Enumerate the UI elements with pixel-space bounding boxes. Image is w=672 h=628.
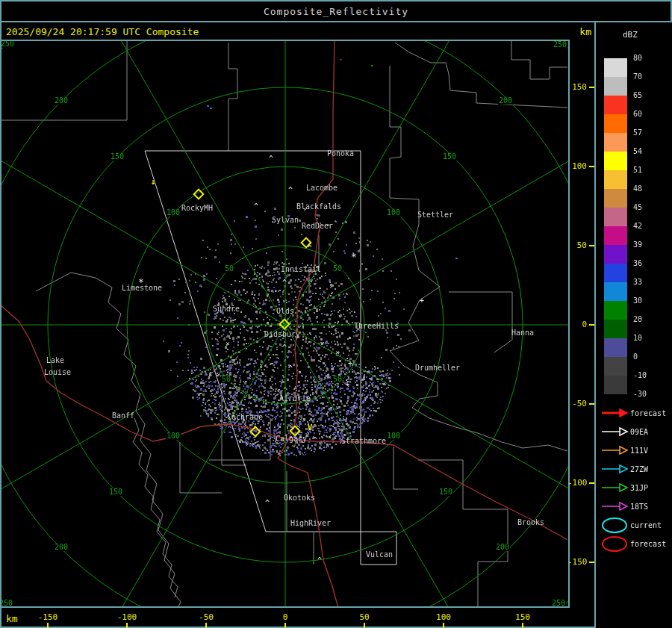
dbz-color-block bbox=[604, 264, 627, 282]
dbz-color-block bbox=[604, 338, 627, 357]
dbz-scale-label: -10 bbox=[633, 372, 659, 379]
legend-ellipse-icon bbox=[600, 536, 630, 552]
city-label-strathmore: Strathmore bbox=[341, 438, 386, 445]
town-marker-icon: ^ bbox=[282, 344, 287, 352]
y-axis-tick-label: -50 bbox=[567, 400, 587, 408]
dbz-color-block bbox=[604, 152, 627, 170]
legend-arrow-icon bbox=[600, 482, 630, 493]
legend-item-label: 31JP bbox=[630, 484, 648, 492]
dbz-scale-label: 60 bbox=[633, 111, 659, 118]
city-label-vulcan: Vulcan bbox=[366, 551, 393, 559]
azimuth-spoke bbox=[285, 325, 568, 526]
dbz-color-block bbox=[604, 301, 627, 320]
range-ring-label: 250 bbox=[551, 600, 566, 607]
legend-item: 18TS bbox=[600, 498, 648, 514]
city-label-sylvan: Sylvan bbox=[272, 217, 299, 224]
x-axis-tick bbox=[522, 623, 523, 628]
x-axis-tick bbox=[284, 623, 286, 628]
y-axis-tick-label: 150 bbox=[567, 83, 587, 91]
dbz-color-block bbox=[604, 133, 627, 152]
city-label-sundre: Sundre bbox=[213, 305, 240, 313]
dbz-scale-label: 39 bbox=[633, 241, 659, 249]
legend-item: 111V bbox=[600, 442, 648, 458]
titlebar-divider bbox=[0, 21, 672, 22]
y-axis-tick bbox=[589, 87, 594, 88]
city-label-threehills: ThreeHills bbox=[354, 323, 399, 330]
azimuth-spoke bbox=[84, 325, 285, 606]
city-label-cochrane: Cochrane bbox=[227, 414, 263, 421]
legend-item: current bbox=[600, 517, 662, 533]
legend-arrow-icon bbox=[600, 426, 630, 437]
x-axis-tick-label: 100 bbox=[436, 613, 451, 621]
town-marker-icon: * bbox=[351, 252, 357, 261]
city-label-brooks: Brooks bbox=[517, 519, 544, 526]
city-label-drumheller: Drumheller bbox=[415, 364, 460, 372]
window-title: Composite_Reflectivity bbox=[1, 1, 671, 21]
legend-item: forecast bbox=[600, 405, 666, 421]
legend-item-label: 18TS bbox=[630, 503, 648, 511]
legend-item-label: 27ZW bbox=[630, 465, 648, 473]
y-axis-tick bbox=[589, 482, 594, 484]
storm-vector-icon: ↓ bbox=[151, 178, 156, 186]
x-axis-tick bbox=[364, 623, 365, 628]
y-axis-tick bbox=[589, 562, 594, 563]
city-label-innisfail: Innisfail bbox=[281, 266, 321, 273]
dbz-color-block bbox=[604, 96, 627, 114]
y-axis-tick bbox=[589, 166, 594, 167]
range-ring-label: 200 bbox=[54, 544, 69, 551]
dbz-color-block bbox=[604, 77, 627, 96]
x-axis-tick-label: 150 bbox=[515, 613, 530, 621]
dbz-scale-label: 51 bbox=[633, 167, 659, 174]
range-ring-label: 150 bbox=[438, 488, 453, 496]
dbz-scale-label: 70 bbox=[633, 73, 659, 81]
y-axis-tick-label: 100 bbox=[567, 162, 587, 170]
legend-item-label: forecast bbox=[630, 409, 666, 417]
city-label-highriver: HighRiver bbox=[290, 520, 331, 527]
range-ring-label: 100 bbox=[166, 432, 181, 440]
dbz-color-block bbox=[604, 245, 627, 264]
dbz-color-block bbox=[604, 320, 627, 338]
dbz-scale-label: 20 bbox=[633, 316, 659, 323]
city-label-calgary: Calgary bbox=[276, 435, 307, 443]
x-axis-tick bbox=[47, 623, 49, 628]
y-axis-tick-label: -100 bbox=[567, 479, 587, 487]
town-marker-icon: ^ bbox=[288, 365, 293, 373]
range-ring-label: 100 bbox=[166, 209, 181, 217]
x-axis-tick-label: 50 bbox=[359, 613, 369, 621]
range-ring-label: 150 bbox=[110, 153, 125, 161]
legend-item: 27ZW bbox=[600, 461, 648, 477]
town-marker-icon: + bbox=[345, 381, 349, 388]
legend-item-label: forecast bbox=[630, 540, 666, 548]
legend-ellipse-icon bbox=[600, 517, 630, 533]
legend-item-label: 111V bbox=[630, 447, 648, 455]
dbz-scale-label: 57 bbox=[633, 129, 659, 137]
legend-item-label: current bbox=[630, 521, 662, 529]
range-ring-label: 50 bbox=[332, 376, 343, 383]
dbz-color-block bbox=[604, 376, 627, 394]
x-axis-tick-label: -150 bbox=[38, 613, 58, 621]
dbz-color-block bbox=[604, 282, 627, 301]
dbz-color-block bbox=[604, 170, 627, 189]
x-axis-tick bbox=[443, 623, 444, 628]
range-ring-label: 50 bbox=[332, 265, 343, 273]
legend-arrow-icon bbox=[600, 445, 630, 456]
cell-marker-icon: × bbox=[335, 349, 339, 356]
town-marker-icon: + bbox=[348, 360, 352, 367]
dbz-scale-label: 48 bbox=[633, 185, 659, 193]
range-ring-label: 200 bbox=[495, 544, 510, 551]
dbz-color-block bbox=[604, 114, 627, 133]
range-ring-label: 150 bbox=[442, 153, 457, 161]
town-marker-icon: ^ bbox=[308, 245, 312, 252]
city-label-lake: Lake bbox=[46, 357, 64, 364]
dbz-scale-label: 33 bbox=[633, 279, 659, 286]
city-label-stettler: Stettler bbox=[417, 211, 453, 219]
timestamp-product-label: 2025/09/24 20:17:59 UTC Composite bbox=[6, 26, 199, 37]
dbz-scale-label: 10 bbox=[633, 335, 659, 342]
dbz-scale-label: 36 bbox=[633, 260, 659, 267]
legend-arrow-icon bbox=[600, 501, 630, 512]
dbz-scale-label: 0 bbox=[633, 353, 659, 361]
dbz-scale-label: 30 bbox=[633, 297, 659, 305]
scale-unit-label: dBZ bbox=[623, 30, 638, 40]
radar-plot-area: 5050505010010010010015015015015020020020… bbox=[0, 40, 570, 608]
dbz-scale-label: 65 bbox=[633, 92, 659, 99]
